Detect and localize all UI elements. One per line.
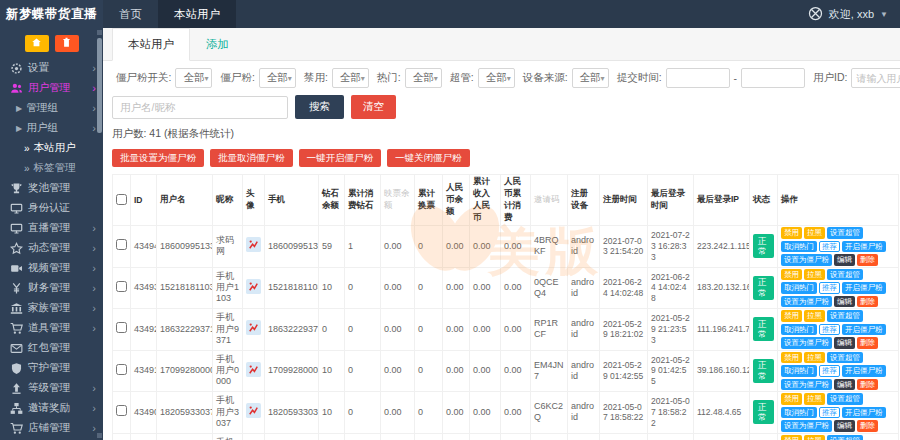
user-id-input[interactable]: [851, 68, 900, 88]
action-编辑[interactable]: 编辑: [834, 420, 855, 432]
sidebar-item-邀请奖励[interactable]: 邀请奖励›: [0, 398, 103, 418]
action-拉黑[interactable]: 拉黑: [804, 227, 825, 239]
fullscreen-icon[interactable]: [808, 6, 823, 23]
top-nav-item-0[interactable]: 首页: [103, 0, 158, 28]
action-编辑[interactable]: 编辑: [834, 296, 855, 308]
action-拉黑[interactable]: 拉黑: [804, 435, 825, 440]
action-设置为僵尸粉[interactable]: 设置为僵尸粉: [781, 296, 832, 308]
sidebar-item-财务管理[interactable]: 财务管理›: [0, 278, 103, 298]
sidebar-item-奖池管理[interactable]: 奖池管理: [0, 178, 103, 198]
sidebar-item-管理组[interactable]: ▶管理组›: [0, 98, 103, 118]
sidebar-item-用户组[interactable]: ▶用户组›: [0, 118, 103, 138]
action-删除[interactable]: 删除: [857, 254, 878, 266]
filter-select-2[interactable]: 全部▾: [332, 68, 369, 88]
sidebar-item-店铺管理[interactable]: 店铺管理›: [0, 418, 103, 438]
action-推荐[interactable]: 推荐: [819, 407, 840, 419]
action-开启僵尸粉[interactable]: 开启僵尸粉: [842, 282, 886, 294]
sidebar-item-直播管理[interactable]: 直播管理›: [0, 218, 103, 238]
sidebar-item-本站用户[interactable]: »本站用户: [0, 138, 103, 158]
sidebar-scrollbar[interactable]: [97, 30, 102, 438]
action-推荐[interactable]: 推荐: [819, 324, 840, 336]
filter-select-3[interactable]: 全部▾: [405, 68, 442, 88]
batch-button-2[interactable]: 一键开启僵尸粉: [299, 149, 382, 167]
username-search-input[interactable]: [112, 96, 288, 119]
user-menu[interactable]: 欢迎, xxb ▼: [808, 0, 900, 28]
sidebar-item-视频管理[interactable]: 视频管理›: [0, 258, 103, 278]
action-设置超管[interactable]: 设置超管: [827, 269, 863, 281]
action-开启僵尸粉[interactable]: 开启僵尸粉: [842, 407, 886, 419]
action-编辑[interactable]: 编辑: [834, 379, 855, 391]
sidebar-item-用户管理[interactable]: 用户管理›: [0, 78, 103, 98]
action-推荐[interactable]: 推荐: [819, 241, 840, 253]
row-checkbox[interactable]: [116, 239, 127, 250]
action-设置超管[interactable]: 设置超管: [827, 393, 863, 405]
action-删除[interactable]: 删除: [857, 420, 878, 432]
action-开启僵尸粉[interactable]: 开启僵尸粉: [842, 324, 886, 336]
batch-button-0[interactable]: 批量设置为僵尸粉: [112, 149, 204, 167]
action-删除[interactable]: 删除: [857, 379, 878, 391]
sidebar-item-身份认证[interactable]: 身份认证: [0, 198, 103, 218]
action-取消热门[interactable]: 取消热门: [781, 282, 817, 294]
sidebar-item-动态管理[interactable]: 动态管理›: [0, 238, 103, 258]
action-设置超管[interactable]: 设置超管: [827, 352, 863, 364]
action-设置为僵尸粉[interactable]: 设置为僵尸粉: [781, 379, 832, 391]
sidebar-item-设置[interactable]: 设置›: [0, 58, 103, 78]
action-拉黑[interactable]: 拉黑: [804, 269, 825, 281]
row-checkbox[interactable]: [116, 364, 127, 375]
action-设置超管[interactable]: 设置超管: [827, 310, 863, 322]
tab-site-users[interactable]: 本站用户: [112, 28, 190, 61]
action-删除[interactable]: 删除: [857, 296, 878, 308]
action-取消热门[interactable]: 取消热门: [781, 365, 817, 377]
scroll-up-arrow[interactable]: [97, 30, 102, 35]
clear-button[interactable]: 清空: [351, 95, 396, 119]
filter-select-1[interactable]: 全部▾: [259, 68, 296, 88]
action-编辑[interactable]: 编辑: [834, 337, 855, 349]
clear-cache-button[interactable]: [55, 35, 79, 52]
action-删除[interactable]: 删除: [857, 337, 878, 349]
batch-button-3[interactable]: 一键关闭僵尸粉: [387, 149, 470, 167]
action-设置为僵尸粉[interactable]: 设置为僵尸粉: [781, 420, 832, 432]
action-禁用[interactable]: 禁用: [781, 227, 802, 239]
action-禁用[interactable]: 禁用: [781, 393, 802, 405]
action-禁用[interactable]: 禁用: [781, 310, 802, 322]
action-推荐[interactable]: 推荐: [819, 282, 840, 294]
action-设置超管[interactable]: 设置超管: [827, 435, 863, 440]
row-checkbox[interactable]: [116, 405, 127, 416]
action-禁用[interactable]: 禁用: [781, 352, 802, 364]
sidebar-item-标签管理[interactable]: »标签管理: [0, 158, 103, 178]
add-user-link[interactable]: 添加: [206, 28, 229, 60]
scroll-down-arrow[interactable]: [97, 433, 102, 438]
action-推荐[interactable]: 推荐: [819, 365, 840, 377]
action-拉黑[interactable]: 拉黑: [804, 352, 825, 364]
search-button[interactable]: 搜索: [295, 95, 344, 119]
action-取消热门[interactable]: 取消热门: [781, 241, 817, 253]
action-拉黑[interactable]: 拉黑: [804, 310, 825, 322]
sidebar-item-家族管理[interactable]: 家族管理›: [0, 298, 103, 318]
action-取消热门[interactable]: 取消热门: [781, 407, 817, 419]
filter-select-0[interactable]: 全部▾: [175, 68, 212, 88]
action-开启僵尸粉[interactable]: 开启僵尸粉: [842, 241, 886, 253]
scrollbar-thumb[interactable]: [97, 38, 102, 133]
time-from-input[interactable]: [666, 68, 730, 88]
time-to-input[interactable]: [741, 68, 805, 88]
action-禁用[interactable]: 禁用: [781, 269, 802, 281]
filter-select-4[interactable]: 全部▾: [478, 68, 515, 88]
top-nav-item-1[interactable]: 本站用户: [158, 0, 236, 28]
action-设置超管[interactable]: 设置超管: [827, 227, 863, 239]
action-开启僵尸粉[interactable]: 开启僵尸粉: [842, 365, 886, 377]
action-取消热门[interactable]: 取消热门: [781, 324, 817, 336]
filter-select-5[interactable]: 全部▾: [572, 68, 609, 88]
row-checkbox[interactable]: [116, 322, 127, 333]
action-设置为僵尸粉[interactable]: 设置为僵尸粉: [781, 337, 832, 349]
action-拉黑[interactable]: 拉黑: [804, 393, 825, 405]
select-all-checkbox[interactable]: [116, 194, 127, 205]
home-button[interactable]: [25, 35, 49, 52]
sidebar-item-守护管理[interactable]: 守护管理: [0, 358, 103, 378]
batch-button-1[interactable]: 批量取消僵尸粉: [210, 149, 293, 167]
sidebar-item-等级管理[interactable]: 等级管理›: [0, 378, 103, 398]
action-设置为僵尸粉[interactable]: 设置为僵尸粉: [781, 254, 832, 266]
action-禁用[interactable]: 禁用: [781, 435, 802, 440]
sidebar-item-道具管理[interactable]: 道具管理›: [0, 318, 103, 338]
row-checkbox[interactable]: [116, 281, 127, 292]
action-编辑[interactable]: 编辑: [834, 254, 855, 266]
